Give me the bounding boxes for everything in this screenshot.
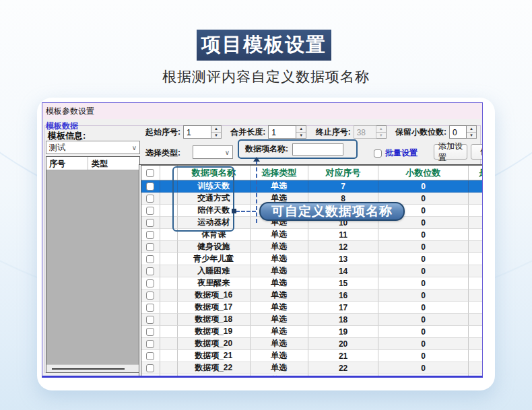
- merge-length-label: 合并长度:: [230, 127, 265, 138]
- cell-item-name: 数据项_20: [178, 338, 251, 350]
- row-gutter: [160, 253, 178, 265]
- cell-corresponding-seq: 7: [308, 180, 378, 193]
- table-row[interactable]: 数据项_20 单选 20 0: [141, 338, 483, 350]
- cell-select-type: 单选: [251, 314, 308, 326]
- cell-item-name: 数据项_18: [178, 314, 251, 326]
- cell-decimal-places: 0: [378, 265, 469, 277]
- select-all-checkbox[interactable]: [146, 169, 154, 177]
- header-decimal-places[interactable]: 小数位数: [378, 166, 469, 180]
- controls-row-1: 起始序号: 1 ▲▼ 合并长度: 1 ▲▼ 终止序号: 38 ▲▼ 保留小数位数…: [145, 124, 477, 140]
- cell-decimal-places: 0: [378, 241, 469, 253]
- row-checkbox[interactable]: [146, 207, 154, 215]
- row-gutter: [160, 350, 178, 362]
- cell-decimal-places: 0: [378, 326, 469, 338]
- template-select[interactable]: 测试 ∨: [46, 141, 140, 154]
- cell-corresponding-seq: 21: [308, 350, 378, 362]
- cell-item-name: 青少年儿童: [178, 253, 251, 265]
- table-row[interactable]: 数据项_17 单选 17 0: [141, 302, 483, 314]
- table-row[interactable]: 健身设施 单选 12 0: [141, 241, 483, 253]
- row-checkbox[interactable]: [146, 219, 154, 227]
- cell-select-type: 单选: [251, 265, 308, 277]
- add-setting-button[interactable]: 添加设置: [434, 144, 467, 160]
- batch-setting-label: 批量设置: [385, 147, 418, 159]
- table-row[interactable]: 数据项_22 单选 22 0: [141, 362, 483, 374]
- row-checkbox[interactable]: [146, 231, 154, 239]
- table-row[interactable]: 训练天数 单选 7 0: [141, 180, 483, 193]
- list-col-type[interactable]: 类型: [88, 157, 108, 170]
- row-checkbox[interactable]: [146, 304, 154, 312]
- modify-setting-button[interactable]: 修改: [471, 144, 483, 160]
- row-checkbox[interactable]: [146, 255, 154, 263]
- template-items-list[interactable]: 序号 类型: [46, 156, 140, 373]
- table-row[interactable]: 入睡困难 单选 14 0: [141, 265, 483, 277]
- item-name-input[interactable]: [292, 143, 343, 156]
- cell-select-type: 单选: [251, 277, 308, 289]
- row-checkbox[interactable]: [146, 352, 154, 360]
- row-checkbox[interactable]: [146, 340, 154, 348]
- row-checkbox[interactable]: [146, 316, 154, 324]
- row-checkbox[interactable]: [146, 267, 154, 275]
- header-corresponding-seq[interactable]: 对应序号: [308, 166, 378, 180]
- list-col-seq[interactable]: 序号: [46, 157, 88, 170]
- row-gutter: [160, 314, 178, 326]
- batch-setting: 批量设置: [374, 147, 418, 159]
- table-row[interactable]: 青少年儿童 单选 13 0: [141, 253, 483, 265]
- row-checkbox[interactable]: [146, 364, 154, 372]
- merge-length-input[interactable]: 1: [268, 125, 296, 139]
- header-select-type[interactable]: 选择类型: [251, 166, 308, 180]
- horizontal-scrollbar[interactable]: [46, 364, 139, 372]
- cell-item-name: 数据项_19: [178, 326, 251, 338]
- cell-decimal-places: 0: [378, 374, 469, 378]
- table-row[interactable]: 数据项_21 单选 21 0: [141, 350, 483, 362]
- row-checkbox[interactable]: [146, 182, 154, 191]
- row-gutter: [160, 289, 178, 302]
- table-row[interactable]: 数据项_16 单选 16 0: [141, 289, 483, 302]
- cell-item-name: 交通方式: [178, 193, 251, 205]
- scrollbar-thumb[interactable]: [52, 368, 125, 370]
- select-type-dropdown[interactable]: ∨: [193, 145, 233, 159]
- select-type-label: 选择类型:: [145, 147, 180, 159]
- table-row[interactable]: 数据项_19 单选 19 0: [141, 326, 483, 338]
- page-title: 项目模板设置: [197, 30, 331, 61]
- row-gutter: [160, 205, 178, 217]
- cell-item-name: 夜里醒来: [178, 277, 251, 289]
- row-gutter: [160, 265, 178, 277]
- table-row[interactable]: 数据项_18 单选 18 0: [141, 314, 483, 326]
- decimal-places-stepper[interactable]: ▲▼: [467, 125, 477, 139]
- header-item-name[interactable]: 数据项名称: [178, 166, 251, 180]
- cell-item-name: 数据项_23: [178, 374, 251, 378]
- merge-length-stepper[interactable]: ▲▼: [296, 125, 306, 139]
- cell-select-type: 单选: [251, 253, 308, 265]
- cell-corresponding-seq: 22: [308, 362, 378, 374]
- cell-corresponding-seq: 13: [308, 253, 378, 265]
- row-checkbox[interactable]: [146, 376, 154, 378]
- row-checkbox[interactable]: [146, 279, 154, 287]
- cell-item-name: 入睡困难: [178, 265, 251, 277]
- row-gutter: [160, 180, 178, 193]
- row-checkbox[interactable]: [146, 292, 154, 300]
- row-gutter: [160, 166, 178, 180]
- start-seq-stepper[interactable]: ▲▼: [211, 125, 222, 139]
- start-seq-input[interactable]: 1: [183, 125, 211, 139]
- annotation-dashed-line-vertical: [256, 161, 257, 223]
- row-gutter: [160, 362, 178, 374]
- cell-decimal-places: 0: [378, 338, 469, 350]
- cell-corresponding-seq: 17: [308, 302, 378, 314]
- table-row[interactable]: 体育课 单选 11 0: [141, 229, 483, 241]
- cell-decimal-places: 0: [378, 289, 469, 302]
- chevron-down-icon: ∨: [132, 144, 137, 151]
- batch-setting-checkbox[interactable]: [374, 149, 382, 158]
- row-gutter: [160, 326, 178, 338]
- annotation-dashed-line-horizontal: [236, 211, 256, 212]
- row-checkbox[interactable]: [146, 195, 154, 203]
- row-checkbox[interactable]: [146, 328, 154, 336]
- row-checkbox[interactable]: [146, 243, 154, 251]
- item-name-highlight-box: 数据项名称:: [238, 139, 358, 159]
- end-seq-stepper: ▲▼: [376, 125, 387, 139]
- table-row[interactable]: 夜里醒来 单选 15 0: [141, 277, 483, 289]
- dialog-titlebar: 模板参数设置: [42, 103, 482, 119]
- cell-decimal-places: 0: [378, 253, 469, 265]
- cell-select-type: 单选: [251, 302, 308, 314]
- decimal-places-input[interactable]: 0: [449, 125, 467, 139]
- table-row[interactable]: 数据项_23 单选 23 0: [141, 374, 483, 378]
